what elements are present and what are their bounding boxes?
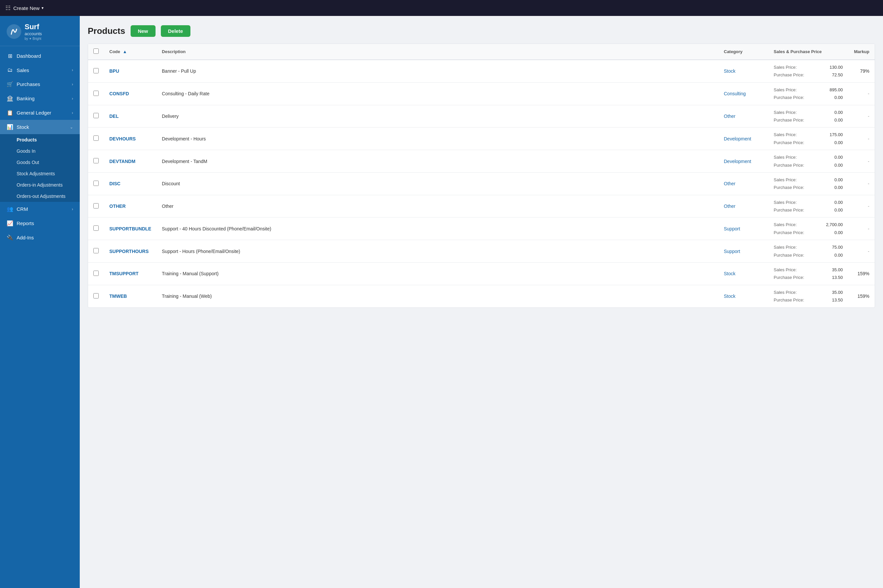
row-select-checkbox[interactable] xyxy=(93,158,99,164)
purchase-price-value: 0.00 xyxy=(823,94,843,101)
subnav-item-orders-out-adjustments[interactable]: Orders-out Adjustments xyxy=(0,190,80,202)
row-code-cell: TMSUPPORT xyxy=(104,262,156,285)
subnav-item-products[interactable]: Products xyxy=(0,134,80,146)
row-select-checkbox[interactable] xyxy=(93,271,99,276)
category-link[interactable]: Other xyxy=(724,204,736,209)
row-description-cell: Banner - Pull Up xyxy=(156,60,719,82)
row-select-checkbox[interactable] xyxy=(93,225,99,231)
row-markup-cell: 79% xyxy=(848,60,875,82)
purchase-price-value: 13.50 xyxy=(823,296,843,304)
sidebar-item-sales[interactable]: 🗂 Sales › xyxy=(0,63,80,77)
product-code-link[interactable]: BPU xyxy=(109,68,119,74)
select-all-header xyxy=(88,44,104,60)
purchase-price-label: Purchase Price: xyxy=(774,251,810,259)
crm-icon: 👥 xyxy=(7,206,13,212)
purchase-price-value: 72.50 xyxy=(823,71,843,79)
row-code-cell: DEVTANDM xyxy=(104,150,156,172)
category-link[interactable]: Support xyxy=(724,226,740,231)
row-select-checkbox[interactable] xyxy=(93,293,99,298)
row-description-cell: Discount xyxy=(156,172,719,195)
sort-asc-icon: ▲ xyxy=(123,49,127,54)
purchase-price-row: Purchase Price: 0.00 xyxy=(774,251,843,259)
product-code-link[interactable]: DEL xyxy=(109,114,119,119)
row-code-cell: SUPPORTHOURS xyxy=(104,240,156,262)
sidebar-item-purchases[interactable]: 🛒 Purchases › xyxy=(0,77,80,91)
product-code-link[interactable]: SUPPORTBUNDLE xyxy=(109,226,151,231)
purchase-price-value: 0.00 xyxy=(823,184,843,191)
menu-icon[interactable]: ☷ xyxy=(5,4,11,12)
add-ins-icon: 🔌 xyxy=(7,234,13,241)
sales-icon: 🗂 xyxy=(7,67,13,73)
column-header-code[interactable]: Code ▲ xyxy=(104,44,156,60)
sidebar-item-stock[interactable]: 📊 Stock ⌄ xyxy=(0,120,80,134)
category-link[interactable]: Development xyxy=(724,136,751,141)
product-code-link[interactable]: CONSFD xyxy=(109,91,129,96)
delete-button[interactable]: Delete xyxy=(161,25,190,37)
row-select-checkbox[interactable] xyxy=(93,203,99,208)
purchase-price-row: Purchase Price: 13.50 xyxy=(774,274,843,281)
sidebar-item-dashboard[interactable]: ⊞ Dashboard xyxy=(0,49,80,63)
product-code-link[interactable]: OTHER xyxy=(109,204,126,209)
row-code-cell: BPU xyxy=(104,60,156,82)
row-category-cell: Stock xyxy=(719,262,768,285)
product-code-link[interactable]: DEVHOURS xyxy=(109,136,135,141)
row-checkbox-cell xyxy=(88,105,104,128)
row-description-cell: Delivery xyxy=(156,105,719,128)
row-select-checkbox[interactable] xyxy=(93,135,99,141)
row-markup-cell: - xyxy=(848,128,875,150)
category-link[interactable]: Other xyxy=(724,181,736,186)
category-link[interactable]: Development xyxy=(724,159,751,164)
create-new-button[interactable]: Create New ▾ xyxy=(13,5,44,11)
product-code-link[interactable]: DEVTANDM xyxy=(109,159,135,164)
subnav-item-stock-adjustments[interactable]: Stock Adjustments xyxy=(0,168,80,179)
topbar: ☷ Create New ▾ xyxy=(0,0,883,16)
sales-price-label: Sales Price: xyxy=(774,266,810,274)
row-checkbox-cell xyxy=(88,262,104,285)
purchase-price-row: Purchase Price: 0.00 xyxy=(774,94,843,101)
category-link[interactable]: Stock xyxy=(724,68,736,74)
row-code-cell: DISC xyxy=(104,172,156,195)
row-select-checkbox[interactable] xyxy=(93,91,99,96)
price-block: Sales Price: 0.00 Purchase Price: 0.00 xyxy=(774,195,843,218)
sidebar-item-add-ins[interactable]: 🔌 Add-Ins xyxy=(0,230,80,245)
select-all-checkbox[interactable] xyxy=(93,48,99,54)
product-code-link[interactable]: DISC xyxy=(109,181,120,186)
product-code-link[interactable]: TMSUPPORT xyxy=(109,271,138,276)
purchase-price-label: Purchase Price: xyxy=(774,161,810,169)
row-select-checkbox[interactable] xyxy=(93,181,99,186)
product-code-link[interactable]: SUPPORTHOURS xyxy=(109,249,149,254)
sales-price-label: Sales Price: xyxy=(774,131,810,138)
category-link[interactable]: Consulting xyxy=(724,91,746,96)
sidebar-item-general-ledger[interactable]: 📋 General Ledger › xyxy=(0,106,80,120)
table-row: OTHEROtherOther Sales Price: 0.00 Purcha… xyxy=(88,195,875,218)
category-link[interactable]: Stock xyxy=(724,271,736,276)
subnav-item-goods-out[interactable]: Goods Out xyxy=(0,157,80,168)
price-block: Sales Price: 0.00 Purchase Price: 0.00 xyxy=(774,172,843,195)
category-link[interactable]: Support xyxy=(724,249,740,254)
row-description-cell: Consulting - Daily Rate xyxy=(156,82,719,105)
sidebar-item-reports[interactable]: 📈 Reports xyxy=(0,216,80,230)
purchase-price-row: Purchase Price: 0.00 xyxy=(774,139,843,146)
new-button[interactable]: New xyxy=(131,25,155,37)
row-select-checkbox[interactable] xyxy=(93,113,99,118)
sales-price-row: Sales Price: 895.00 xyxy=(774,86,843,94)
sidebar-item-label: Purchases xyxy=(17,81,40,87)
product-code-link[interactable]: TMWEB xyxy=(109,294,127,299)
purchase-price-label: Purchase Price: xyxy=(774,139,810,146)
sidebar-item-crm[interactable]: 👥 CRM › xyxy=(0,202,80,216)
sidebar-item-banking[interactable]: 🏦 Banking › xyxy=(0,91,80,106)
purchase-price-row: Purchase Price: 0.00 xyxy=(774,206,843,214)
category-link[interactable]: Stock xyxy=(724,294,736,299)
reports-icon: 📈 xyxy=(7,220,13,226)
row-select-checkbox[interactable] xyxy=(93,68,99,74)
row-markup-cell: - xyxy=(848,105,875,128)
row-select-checkbox[interactable] xyxy=(93,248,99,254)
subnav-item-orders-in-adjustments[interactable]: Orders-in Adjustments xyxy=(0,179,80,190)
subnav-item-goods-in[interactable]: Goods In xyxy=(0,146,80,157)
price-block: Sales Price: 35.00 Purchase Price: 13.50 xyxy=(774,262,843,285)
purchase-price-row: Purchase Price: 0.00 xyxy=(774,116,843,124)
category-link[interactable]: Other xyxy=(724,114,736,119)
sales-price-label: Sales Price: xyxy=(774,109,810,116)
purchase-price-value: 0.00 xyxy=(823,139,843,146)
sidebar-item-label: Reports xyxy=(17,220,34,226)
